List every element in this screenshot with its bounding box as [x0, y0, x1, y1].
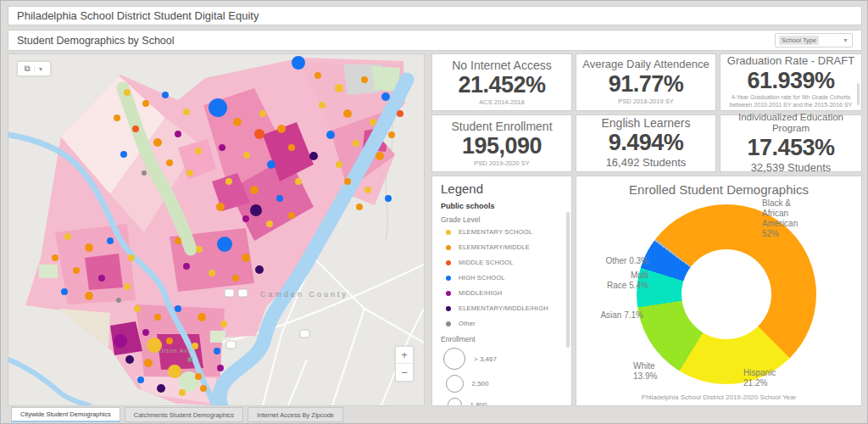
school-dot[interactable] — [157, 384, 165, 393]
school-dot[interactable] — [288, 144, 295, 151]
school-dot[interactable] — [142, 100, 149, 107]
school-dot[interactable] — [154, 314, 161, 321]
school-dot[interactable] — [183, 109, 190, 115]
map-layers-button[interactable]: ⧉ ▼ — [17, 61, 51, 76]
scrollbar[interactable] — [857, 83, 860, 105]
school-dot[interactable] — [209, 98, 227, 117]
school-dot[interactable] — [183, 263, 190, 270]
school-dot[interactable] — [209, 270, 215, 276]
tab-catchments-student-demographics[interactable]: Catchments Student Demographics — [125, 407, 243, 422]
school-dot[interactable] — [132, 126, 139, 132]
school-dot[interactable] — [397, 110, 403, 117]
school-dot[interactable] — [114, 334, 127, 348]
school-dot[interactable] — [385, 195, 392, 202]
school-dot[interactable] — [381, 92, 390, 101]
school-dot[interactable] — [217, 365, 224, 371]
school-dot[interactable] — [186, 170, 193, 176]
school-dot[interactable] — [376, 152, 384, 160]
school-dot[interactable] — [259, 110, 266, 117]
school-dot[interactable] — [175, 305, 181, 312]
school-dot[interactable] — [288, 212, 295, 219]
school-dot[interactable] — [124, 89, 131, 96]
school-dot[interactable] — [353, 140, 359, 147]
school-dot[interactable] — [216, 203, 225, 211]
school-dot[interactable] — [153, 138, 162, 147]
school-dot[interactable] — [196, 246, 203, 253]
school-dot[interactable] — [134, 305, 141, 312]
school-dot[interactable] — [179, 389, 186, 396]
school-dot[interactable] — [162, 92, 169, 98]
school-dot[interactable] — [361, 76, 368, 83]
school-dot[interactable] — [356, 204, 363, 210]
school-dot[interactable] — [295, 178, 302, 185]
school-dot[interactable] — [192, 343, 198, 349]
school-dot[interactable] — [52, 254, 58, 261]
school-dot[interactable] — [250, 204, 262, 216]
legend-item[interactable]: ELEMENTARY SCHOOL — [446, 228, 571, 236]
school-dot[interactable] — [175, 131, 181, 137]
school-dot[interactable] — [175, 237, 181, 244]
legend-item[interactable]: MIDDLE SCHOOL — [446, 259, 571, 266]
school-dot[interactable] — [114, 114, 120, 121]
school-dot[interactable] — [125, 355, 134, 364]
school-dot[interactable] — [124, 283, 131, 290]
school-dot[interactable] — [232, 275, 239, 282]
school-dot[interactable] — [344, 178, 351, 185]
zoom-out-button[interactable]: − — [396, 364, 413, 381]
school-dot[interactable] — [214, 348, 220, 354]
school-dot[interactable] — [364, 187, 371, 193]
school-dot[interactable] — [85, 292, 93, 300]
school-dot[interactable] — [343, 109, 352, 118]
school-dot[interactable] — [266, 220, 273, 227]
school-dot[interactable] — [336, 161, 342, 168]
school-dot[interactable] — [195, 148, 202, 154]
school-dot[interactable] — [242, 254, 250, 262]
legend-item[interactable]: HIGH SCHOOL — [446, 274, 571, 282]
school-dot[interactable] — [370, 119, 376, 126]
school-dot[interactable] — [292, 56, 305, 70]
legend-item[interactable]: ELEMENTARY/MIDDLE/HIGH — [446, 304, 571, 312]
school-type-select[interactable]: School Type ▼ — [775, 33, 853, 47]
legend-item[interactable]: MIDDLE/HIGH — [446, 289, 571, 297]
school-dot[interactable] — [168, 365, 181, 378]
school-dot[interactable] — [187, 357, 192, 362]
school-dot[interactable] — [61, 288, 68, 295]
school-dot[interactable] — [200, 385, 207, 392]
school-dot[interactable] — [276, 195, 283, 202]
school-dot[interactable] — [120, 151, 127, 158]
scrollbar[interactable] — [566, 212, 570, 348]
school-dot[interactable] — [255, 265, 264, 274]
school-dot[interactable] — [73, 267, 80, 274]
school-dot[interactable] — [217, 237, 232, 252]
school-dot[interactable] — [166, 338, 173, 344]
tab-internet-access-by-zipcode[interactable]: Internet Access By Zipcode — [248, 407, 343, 422]
school-dot[interactable] — [195, 373, 202, 380]
school-dot[interactable] — [137, 377, 144, 383]
map-panel[interactable]: Camden County Pattison Ave ⧉ ▼ + − — [8, 53, 425, 406]
school-dot[interactable] — [128, 254, 135, 261]
school-dot[interactable] — [243, 152, 250, 159]
school-dot[interactable] — [107, 237, 114, 244]
school-dot[interactable] — [85, 243, 93, 252]
school-dot[interactable] — [225, 178, 232, 185]
tab-citywide-student-demographics[interactable]: Citywide Student Demographics — [11, 407, 120, 422]
school-dot[interactable] — [220, 321, 227, 327]
school-dot[interactable] — [309, 152, 318, 160]
legend-item[interactable]: ELEMENTARY/MIDDLE — [446, 243, 571, 251]
zoom-in-button[interactable]: + — [396, 347, 413, 364]
school-dot[interactable] — [198, 313, 206, 321]
school-dot[interactable] — [116, 298, 121, 303]
school-dot[interactable] — [335, 84, 343, 92]
school-dot[interactable] — [64, 233, 71, 240]
philadelphia-map[interactable]: Camden County Pattison Ave — [8, 54, 424, 405]
school-dot[interactable] — [233, 118, 242, 126]
school-dot[interactable] — [314, 72, 321, 79]
school-dot[interactable] — [326, 131, 335, 139]
legend-item[interactable]: Other — [446, 320, 571, 327]
school-dot[interactable] — [147, 338, 162, 353]
school-dot[interactable] — [166, 159, 173, 166]
school-dot[interactable] — [277, 125, 286, 133]
school-dot[interactable] — [144, 359, 153, 367]
school-dot[interactable] — [98, 275, 105, 282]
school-dot[interactable] — [142, 329, 149, 336]
